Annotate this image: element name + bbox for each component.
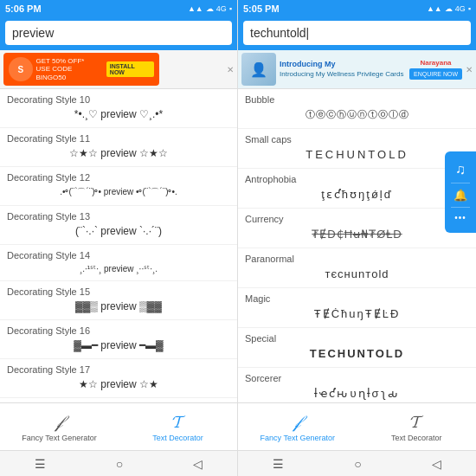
narayana-ad-text: Introducing My Introducing My Wellness P… [280, 60, 403, 79]
list-item[interactable]: Magic ŦɆĊħuŋŦɆĿĐ [238, 288, 476, 328]
left-ad-close[interactable]: ✕ [227, 65, 234, 74]
list-item[interactable]: Bubble ⓣⓔⓒⓗⓤⓝⓣⓞⓛⓓ [238, 89, 476, 129]
right-status-bar: 5:05 PM ▲▲ ☁ 4G ▪ [238, 0, 476, 17]
style-label: Antrophobia [245, 174, 469, 184]
style-label: Sorcerer [245, 373, 469, 383]
nav-label-fancy-right: Fancy Text Generator [261, 434, 335, 442]
style-label: Special [245, 333, 469, 344]
left-status-bar: 5:06 PM ▲▲ ☁ 4G ▪ [0, 0, 237, 17]
nav-fancy-text-right[interactable]: 𝒻 Fancy Text Generator [238, 412, 357, 442]
fancy-text-icon-right: 𝒻 [295, 412, 300, 432]
style-label: Decorating Style 16 [7, 325, 230, 336]
list-item[interactable]: Decorating Style 11 ☆★☆ preview ☆★☆ [0, 128, 237, 167]
style-preview: ƚҽƈԋυɳƚσʅԃ [245, 385, 469, 402]
style-preview: ▓▓▒ preview ▒▓▓ [7, 299, 230, 314]
style-label: Decorating Style 17 [7, 364, 230, 375]
style-preview: TECHUNTOLD [245, 146, 469, 163]
style-label: Paranormal [245, 254, 469, 264]
list-item[interactable]: Antrophobia ţɛƈħʊŋţǿļď [238, 169, 476, 209]
style-preview: ţɛƈħʊŋţǿļď [245, 186, 469, 203]
currency-preview: ₮ɆĐ₵Ħʉ₦₮ØⱠĐ [245, 226, 469, 242]
right-scroll-content: Bubble ⓣⓔⓒⓗⓤⓝⓣⓞⓛⓓ Small caps TECHUNTOLD … [238, 89, 476, 402]
more-icon[interactable]: ••• [451, 209, 470, 226]
style-preview: ★☆ preview ☆★ [7, 376, 230, 392]
right-panel: 5:05 PM ▲▲ ☁ 4G ▪ 👤 Introducing My Intro… [238, 0, 476, 476]
list-item[interactable]: Decorating Style 17 ★☆ preview ☆★ [0, 359, 237, 398]
swiggy-logo: S [9, 57, 33, 81]
nav-text-decorator[interactable]: 𝓣 Text Decorator [119, 412, 237, 442]
left-search-bar [0, 17, 237, 50]
style-label: Decorating Style 10 [7, 94, 230, 105]
left-status-icons: ▲▲ ☁ 4G ▪ [188, 4, 232, 13]
swiggy-ad[interactable]: S GET 50% OFF* USE CODE BINGO50 INSTALL … [3, 53, 159, 86]
nav-fancy-text[interactable]: 𝒻 Fancy Text Generator [0, 412, 119, 442]
right-ad-close[interactable]: ✕ [466, 65, 473, 74]
right-status-icons: ▲▲ ☁ 4G ▪ [427, 4, 471, 13]
list-item[interactable]: Currency ₮ɆĐ₵Ħʉ₦₮ØⱠĐ [238, 209, 476, 248]
back-button[interactable]: ☰ [24, 453, 56, 474]
style-preview: ▓▬━ preview ━▬▓ [7, 338, 230, 353]
left-panel: 5:06 PM ▲▲ ☁ 4G ▪ S GET 50% OFF* USE COD… [0, 0, 238, 476]
style-label: Decorating Style 13 [7, 211, 230, 222]
style-preview: ¸.·¹ˢᵗ·¸ preview ¸··ˢᵗ·¸. [7, 262, 230, 275]
left-bottom-nav: 𝒻 Fancy Text Generator 𝓣 Text Decorator [0, 402, 237, 450]
list-item[interactable]: Decorating Style 15 ▓▓▒ preview ▒▓▓ [0, 281, 237, 320]
right-ad-banner: 👤 Introducing My Introducing My Wellness… [238, 50, 476, 89]
list-item[interactable]: Sorcerer ƚҽƈԋυɳƚσʅԃ [238, 368, 476, 402]
nav-label-decorator: Text Decorator [152, 434, 203, 442]
style-preview: тєcнunтold [245, 266, 469, 282]
home-button[interactable]: ○ [106, 453, 133, 474]
left-time: 5:06 PM [5, 3, 42, 14]
text-decorator-icon: 𝓣 [172, 412, 184, 432]
list-item[interactable]: Special TECHUNTOLD [238, 328, 476, 368]
style-label: Decorating Style 12 [7, 172, 230, 183]
style-label: Decorating Style 14 [7, 250, 230, 261]
recents-button[interactable]: ◁ [183, 453, 213, 474]
left-scroll-content: Decorating Style 10 *•.¸♡ preview ♡¸.•* … [0, 89, 237, 402]
right-home-button[interactable]: ○ [344, 453, 371, 474]
style-preview: *•.¸♡ preview ♡¸.•* [7, 106, 230, 122]
right-back-button[interactable]: ☰ [262, 453, 294, 474]
list-item[interactable]: Decorating Style 12 .•ᵒ(¨`⌒´¨)ᵒ• preview… [0, 167, 237, 206]
enquire-btn[interactable]: ENQUIRE NOW [409, 68, 462, 80]
narayana-ad[interactable]: Introducing My Introducing My Wellness P… [280, 60, 406, 79]
style-preview: TECHUNTOLD [245, 345, 469, 362]
style-label: Magic [245, 293, 469, 304]
list-item[interactable]: Decorating Style 16 ▓▬━ preview ━▬▓ [0, 320, 237, 359]
style-label: Decorating Style 15 [7, 286, 230, 297]
right-system-bar: ☰ ○ ◁ [238, 450, 476, 476]
list-item[interactable]: Paranormal тєcнunтold [238, 248, 476, 288]
style-label: Decorating Style 11 [7, 133, 230, 144]
style-label: Small caps [245, 134, 469, 145]
bell-icon[interactable]: 🔔 [450, 185, 471, 205]
style-label: Bubble [245, 94, 469, 105]
swiggy-install-btn[interactable]: INSTALL NOW [106, 61, 154, 77]
nav-label-decorator-right: Text Decorator [391, 434, 442, 442]
style-preview: ŦɆĊħuŋŦɆĿĐ [245, 306, 469, 322]
left-ad-banner: S GET 50% OFF* USE CODE BINGO50 INSTALL … [0, 50, 237, 89]
list-item[interactable]: Decorating Style 10 *•.¸♡ preview ♡¸.•* [0, 89, 237, 128]
fab-divider2 [451, 207, 470, 208]
nav-text-decorator-right[interactable]: 𝓣 Text Decorator [357, 412, 477, 442]
right-search-input[interactable] [243, 21, 471, 45]
style-preview: ☆★☆ preview ☆★☆ [7, 145, 230, 161]
right-search-bar [238, 17, 476, 50]
ad-person-image: 👤 [241, 53, 276, 86]
list-item[interactable]: Small caps TECHUNTOLD [238, 129, 476, 169]
right-bottom-nav: 𝒻 Fancy Text Generator 𝓣 Text Decorator [238, 402, 476, 450]
right-time: 5:05 PM [243, 3, 280, 14]
right-recents-button[interactable]: ◁ [421, 453, 452, 474]
list-item[interactable]: Decorating Style 14 ¸.·¹ˢᵗ·¸ preview ¸··… [0, 245, 237, 281]
fancy-text-icon: 𝒻 [57, 412, 62, 432]
nav-label-fancy: Fancy Text Generator [22, 434, 96, 442]
style-label: Currency [245, 214, 469, 224]
style-preview: ⓣⓔⓒⓗⓤⓝⓣⓞⓛⓓ [245, 106, 469, 123]
style-preview: .•ᵒ(¨`⌒´¨)ᵒ• preview •ᵒ(¨`⌒´¨)ᵒ•. [7, 184, 230, 200]
music-icon[interactable]: ♫ [452, 158, 469, 181]
swiggy-ad-text: GET 50% OFF* USE CODE BINGO50 [36, 57, 103, 82]
list-item[interactable]: Decorating Style 13 (¨`·.·` preview `·.·… [0, 206, 237, 245]
left-system-bar: ☰ ○ ◁ [0, 450, 237, 476]
left-search-input[interactable] [5, 21, 232, 45]
text-decorator-icon-right: 𝓣 [410, 412, 422, 432]
floating-action-panel: ♫ 🔔 ••• [445, 151, 476, 233]
